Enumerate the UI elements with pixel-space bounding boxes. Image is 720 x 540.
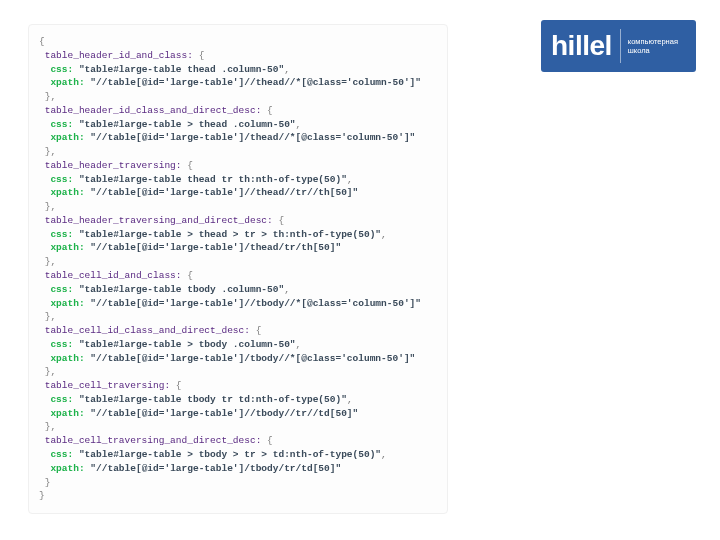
logo-word: hillel	[551, 30, 612, 62]
logo-subtitle: компьютернаяшкола	[628, 37, 678, 55]
code-block: { table_header_id_and_class: { css: "tab…	[28, 24, 448, 514]
logo-divider	[620, 29, 621, 63]
brand-logo: hillel компьютернаяшкола	[541, 20, 696, 72]
